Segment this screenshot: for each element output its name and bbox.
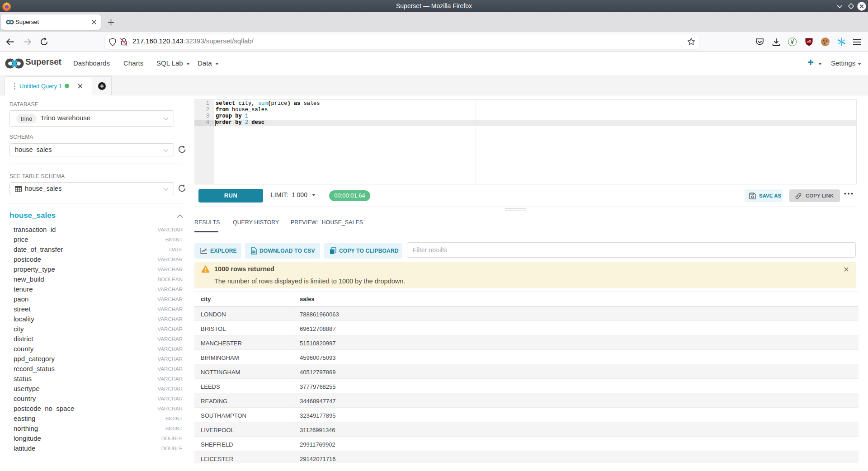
svg-text:uO: uO — [807, 40, 811, 43]
